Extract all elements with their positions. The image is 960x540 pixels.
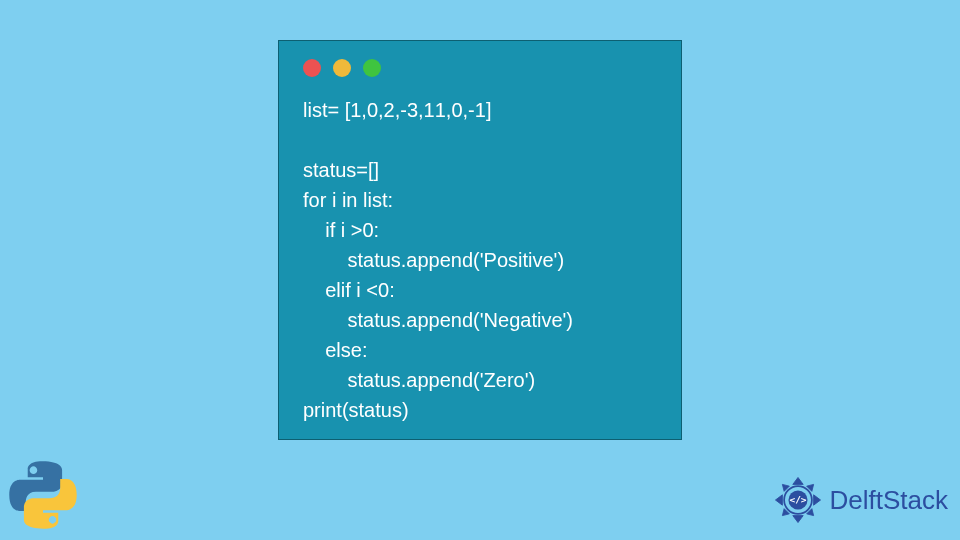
- brand-badge-icon: </>: [772, 474, 824, 526]
- maximize-icon: [363, 59, 381, 77]
- svg-marker-3: [813, 495, 820, 505]
- code-window: list= [1,0,2,-3,11,0,-1] status=[] for i…: [278, 40, 682, 440]
- svg-text:</>: </>: [789, 494, 806, 505]
- code-block: list= [1,0,2,-3,11,0,-1] status=[] for i…: [303, 95, 657, 425]
- svg-marker-1: [792, 516, 802, 523]
- svg-marker-0: [792, 477, 802, 484]
- brand-logo: </> DelftStack: [772, 474, 949, 526]
- svg-marker-2: [775, 495, 782, 505]
- python-logo-icon: [8, 460, 78, 530]
- brand-name: DelftStack: [830, 485, 949, 516]
- window-traffic-lights: [303, 59, 657, 77]
- minimize-icon: [333, 59, 351, 77]
- close-icon: [303, 59, 321, 77]
